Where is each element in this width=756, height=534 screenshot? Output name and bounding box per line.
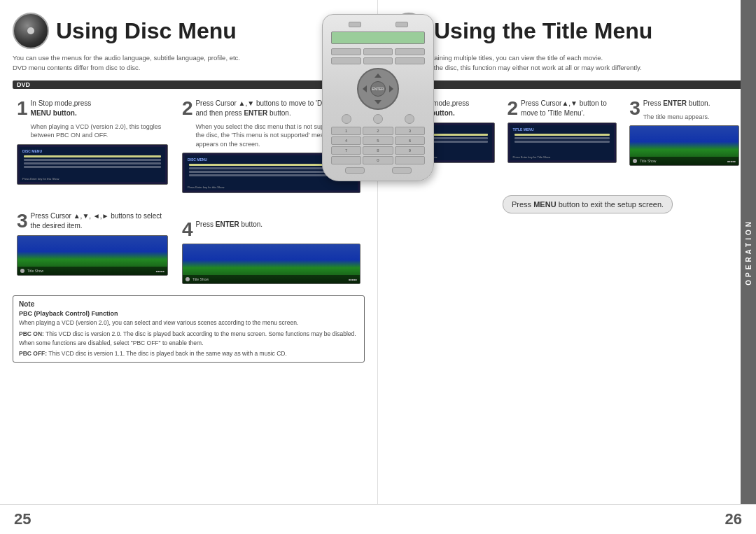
title-menu-subtitle: For DVDs containing multiple titles, you… [391,53,743,73]
remote-num-5[interactable]: 5 [363,136,393,145]
screen-disc-menu-1: DISC MENU Press Enter key for this Show [17,144,168,185]
title-menu-title: Using the Title Menu [434,20,652,42]
step1-left-number: 1 [17,99,28,118]
title-step3-text: Press ENTER button. [643,99,710,108]
remote-btn-5[interactable] [363,57,393,64]
remote-num-grid: 1 2 3 4 5 6 7 8 9 0 [331,127,425,164]
step4-left-number: 4 [182,220,193,239]
pbc-on: PBC ON: This VCD disc is version 2.0. Th… [19,330,358,348]
steps-row-top-left: 1 In Stop mode,press MENU button. When p… [13,94,365,198]
step-3-left: 3 Press Cursor ▲,▼, ◄,► buttons to selec… [13,207,172,288]
operation-tab: OPERATION [741,0,756,504]
title-step2-text: Press Cursor▲,▼ button to move to 'Title… [521,99,617,118]
disc-menu-subtitle: You can use the menus for the audio lang… [13,53,365,73]
disc-menu-title-area: Using Disc Menu [13,13,365,49]
note-title: Note [19,300,358,308]
remote-grid [331,48,425,64]
remote-num-7[interactable]: 7 [331,146,361,155]
remote-display [331,31,425,44]
page-number-left: 25 [14,510,31,528]
disc-menu-title: Using Disc Menu [56,20,237,42]
step2-left-number: 2 [182,99,193,118]
remote-nav-left[interactable] [363,85,367,92]
remote-num-6[interactable]: 6 [395,136,425,145]
title-step3-number: 3 [629,99,640,118]
step1-left-text: In Stop mode,press MENU button. [31,99,168,118]
remote-nav-enter[interactable]: ENTER [370,81,386,97]
disc-menu-section: Using Disc Menu You can use the menus fo… [0,0,378,504]
step3-left-text: Press Cursor ▲,▼, ◄,► buttons to select … [31,211,168,231]
page-number-right: 26 [725,510,742,528]
remote-nav-down[interactable] [374,100,382,104]
title-step2-number: 2 [507,99,519,118]
remote-num-3[interactable]: 3 [395,127,425,135]
step3-left-number: 3 [17,211,28,231]
title-step3-note: The title menu appears. [643,113,710,122]
remote-bot-btn-2[interactable] [392,167,412,174]
screen-title-menu-3: Title Show ■■■■■ [629,125,739,166]
screen-title-menu-2: TITLE MENU Press Enter key for Title Sho… [507,122,617,163]
remote-nav-ring: ENTER [357,68,399,110]
press-menu-area: Press MENU button to exit the setup scre… [503,187,743,213]
operation-label: OPERATION [745,219,752,286]
remote-num-0[interactable]: 0 [363,156,393,164]
remote-num-9[interactable]: 9 [395,146,425,155]
note-section: Note PBC (Playback Control) Function Whe… [13,295,365,363]
remote-small-btn-2[interactable] [373,114,383,124]
steps-row-bottom-left: 3 Press Cursor ▲,▼, ◄,► buttons to selec… [13,207,365,288]
remote-btn-6[interactable] [395,57,425,64]
screen-disc-menu-3: Title Show ■■■■■ [17,235,168,276]
pbc-off: PBC OFF: This VCD disc is version 1.1. T… [19,349,358,358]
remote-bot-btn-1[interactable] [345,167,365,174]
title-menu-title-area: Using the Title Menu [391,13,743,49]
step4-left-text: Press ENTER button. [195,220,262,230]
remote-btn-open[interactable] [349,22,361,27]
remote-num-1[interactable]: 1 [331,127,361,135]
remote-btn-4[interactable] [331,57,361,64]
pbc-title: PBC (Playback Control) Function [19,310,358,317]
remote-num-8[interactable]: 8 [363,146,393,155]
title-step-2: 2 Press Cursor▲,▼ button to move to 'Tit… [503,94,622,171]
step1-left-note: When playing a VCD (version 2.0), this t… [31,122,168,140]
remote-num-0-right[interactable] [395,156,425,164]
dvd-badge-left: DVD [13,80,365,89]
pbc-desc: When playing a VCD (version 2.0), you ca… [19,318,358,328]
dvd-badge-right: DVD [391,80,743,89]
title-step-3: 3 Press ENTER button. The title menu app… [625,94,743,171]
screen-disc-menu-4: Title Show ■■■■■ [182,244,360,284]
title-menu-steps-row: 1 In Stop mode,press MENU button. TITLE … [391,94,743,171]
remote-btn-3[interactable] [395,48,425,55]
remote-num-0-left[interactable] [331,156,361,164]
step-1-left: 1 In Stop mode,press MENU button. When p… [13,94,172,198]
remote-btn-1[interactable] [331,48,361,55]
remote-body: ENTER 1 2 3 4 5 6 7 8 9 0 [322,14,434,181]
remote-num-4[interactable]: 4 [331,136,361,145]
step-4-left: 4 Press ENTER button. Title Show ■■■■■ [178,207,365,288]
page-numbers: 25 26 [0,504,756,534]
title-menu-section: Using the Title Menu For DVDs containing… [378,0,756,504]
press-menu-box: Press MENU button to exit the setup scre… [503,195,673,213]
remote-small-btn-1[interactable] [342,114,351,124]
remote-small-btn-3[interactable] [405,114,414,124]
disc-icon-left [13,13,49,49]
remote-control: ENTER 1 2 3 4 5 6 7 8 9 0 [322,14,434,181]
remote-num-2[interactable]: 2 [363,127,393,135]
remote-nav-right[interactable] [389,85,393,92]
remote-btn-2[interactable] [363,48,393,55]
remote-small-buttons [331,114,425,124]
remote-nav-up[interactable] [374,73,382,78]
remote-btn-power[interactable] [396,22,408,27]
remote-top-row [331,22,425,27]
remote-bottom-row [331,167,425,174]
